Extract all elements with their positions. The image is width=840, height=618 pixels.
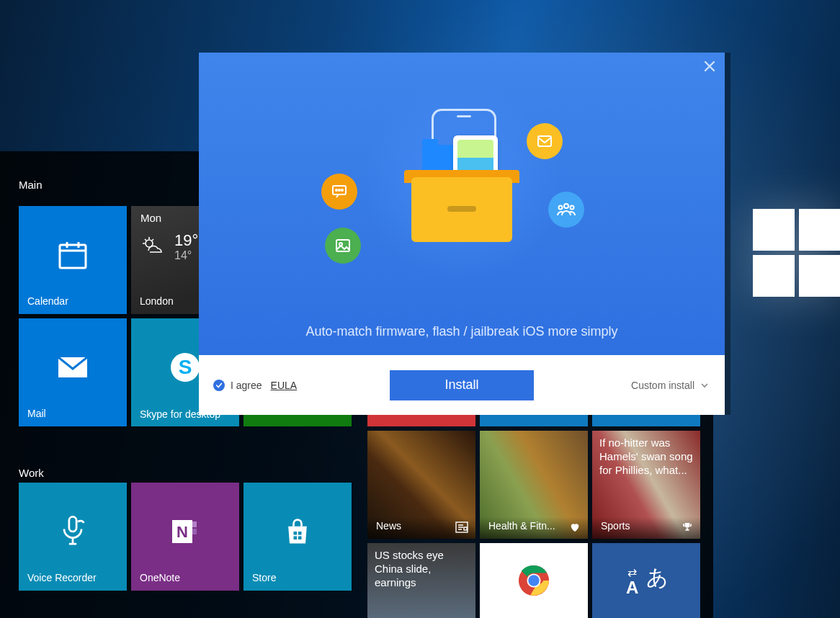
tile-sports[interactable]: If no-hitter was Hamels' swan song for P… bbox=[592, 431, 700, 539]
onenote-icon: N bbox=[168, 514, 202, 549]
svg-rect-12 bbox=[294, 536, 298, 539]
tile-label: Store bbox=[252, 572, 343, 583]
tile-chrome[interactable] bbox=[480, 543, 588, 618]
tile-store[interactable]: Store bbox=[243, 483, 352, 591]
tile-voice-recorder[interactable]: Voice Recorder bbox=[19, 483, 127, 591]
svg-rect-0 bbox=[60, 245, 86, 268]
svg-text:S: S bbox=[179, 356, 192, 378]
tile-mail[interactable]: Mail bbox=[19, 318, 127, 426]
weather-lo: 14° bbox=[174, 249, 192, 262]
svg-rect-6 bbox=[192, 521, 197, 527]
tile-label: Sports bbox=[601, 520, 692, 532]
news-icon bbox=[455, 521, 468, 533]
custom-install-toggle[interactable]: Custom install bbox=[631, 380, 709, 391]
chevron-down-icon bbox=[700, 381, 709, 390]
chat-icon bbox=[321, 174, 357, 210]
svg-rect-10 bbox=[294, 532, 298, 535]
svg-rect-15 bbox=[464, 527, 467, 530]
installer-illustration bbox=[397, 134, 527, 249]
svg-rect-26 bbox=[336, 240, 349, 251]
tile-label: Health & Fitn... bbox=[488, 520, 579, 532]
svg-point-18 bbox=[528, 575, 539, 586]
svg-point-25 bbox=[341, 189, 343, 191]
tile-label: News bbox=[376, 520, 467, 532]
tile-health[interactable]: Health & Fitn... bbox=[480, 431, 588, 539]
tile-translator[interactable]: ⇄Aあ bbox=[592, 543, 700, 618]
weather-icon bbox=[140, 235, 169, 258]
svg-rect-7 bbox=[192, 529, 197, 534]
calendar-icon bbox=[55, 238, 90, 272]
weather-hi: 19° bbox=[174, 231, 198, 250]
installer-description: Auto-match firmware, flash / jailbreak i… bbox=[199, 324, 725, 339]
svg-point-29 bbox=[564, 204, 568, 208]
svg-text:N: N bbox=[177, 523, 188, 541]
close-button[interactable] bbox=[702, 58, 718, 74]
svg-point-31 bbox=[571, 206, 574, 210]
svg-point-23 bbox=[336, 189, 337, 191]
tile-money[interactable]: US stocks eye China slide, earnings bbox=[367, 543, 475, 618]
installer-dialog: Auto-match firmware, flash / jailbreak i… bbox=[199, 53, 725, 415]
eula-agree-row: I agree EULA bbox=[213, 380, 297, 391]
people-icon bbox=[548, 192, 584, 228]
tile-label: Mail bbox=[27, 408, 118, 419]
mail-icon bbox=[55, 353, 90, 382]
store-icon bbox=[282, 516, 313, 547]
tile-onenote[interactable]: N OneNote bbox=[131, 483, 239, 591]
agree-text: I agree bbox=[231, 380, 262, 391]
svg-point-24 bbox=[339, 189, 340, 191]
tile-label: Voice Recorder bbox=[27, 572, 118, 583]
envelope-icon bbox=[527, 123, 563, 159]
svg-rect-4 bbox=[69, 516, 76, 532]
installer-hero-area: Auto-match firmware, flash / jailbreak i… bbox=[199, 53, 725, 355]
tile-calendar[interactable]: Calendar bbox=[19, 206, 127, 314]
svg-rect-11 bbox=[298, 532, 302, 535]
windows-logo bbox=[753, 209, 840, 297]
picture-icon bbox=[325, 228, 361, 264]
svg-text:⇄: ⇄ bbox=[627, 566, 637, 578]
tile-label: OneNote bbox=[140, 572, 231, 583]
svg-point-30 bbox=[559, 206, 563, 210]
eula-link[interactable]: EULA bbox=[271, 380, 298, 391]
tile-news[interactable]: News bbox=[367, 431, 475, 539]
svg-rect-13 bbox=[298, 536, 302, 539]
install-button[interactable]: Install bbox=[390, 370, 534, 400]
tile-label: Calendar bbox=[27, 295, 118, 307]
money-headline: US stocks eye China slide, earnings bbox=[375, 549, 468, 589]
section-header-work[interactable]: Work bbox=[19, 467, 44, 479]
sports-headline: If no-hitter was Hamels' swan song for P… bbox=[599, 436, 693, 477]
translate-icon: ⇄Aあ bbox=[625, 563, 668, 598]
weather-day: Mon bbox=[140, 212, 161, 224]
svg-text:あ: あ bbox=[646, 565, 668, 589]
agree-checkbox[interactable] bbox=[213, 380, 225, 391]
chrome-icon bbox=[517, 564, 550, 597]
heart-icon bbox=[569, 521, 581, 533]
section-header-main[interactable]: Main bbox=[19, 179, 43, 191]
skype-icon: S bbox=[168, 350, 202, 385]
svg-rect-28 bbox=[538, 136, 551, 146]
microphone-icon bbox=[57, 514, 89, 549]
svg-rect-8 bbox=[192, 536, 197, 542]
svg-text:A: A bbox=[626, 578, 638, 597]
trophy-icon bbox=[682, 521, 693, 533]
custom-install-label: Custom install bbox=[631, 380, 694, 391]
